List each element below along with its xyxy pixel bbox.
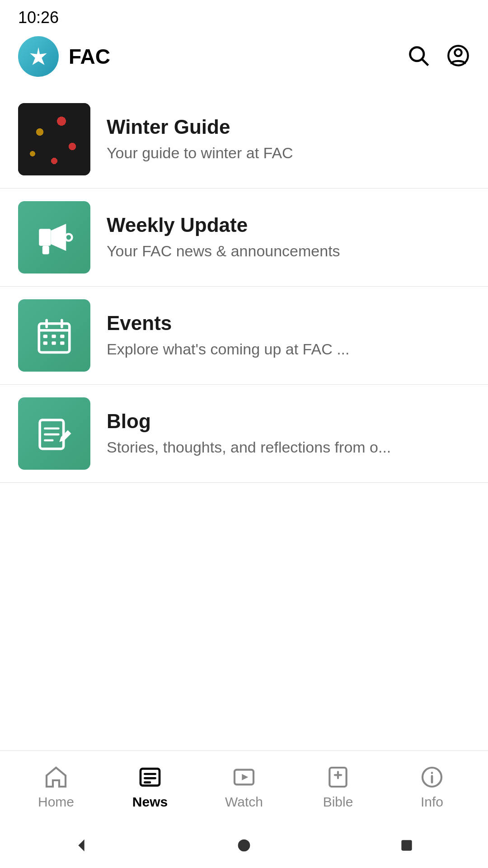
svg-marker-33: [242, 774, 248, 780]
header-actions: [407, 44, 470, 69]
blog-icon-box: [18, 397, 90, 470]
nav-label-bible: Bible: [323, 794, 353, 810]
home-icon: [43, 764, 69, 790]
android-nav: [0, 823, 488, 868]
content-list: Winter Guide Your guide to winter at FAC…: [0, 90, 488, 483]
recents-button[interactable]: [393, 832, 420, 859]
status-bar: 10:26: [0, 0, 488, 32]
item-title: Weekly Update: [107, 214, 470, 236]
weekly-update-icon-box: [18, 201, 90, 274]
app-name: FAC: [69, 44, 110, 69]
blog-icon: [34, 413, 75, 454]
item-title: Blog: [107, 410, 470, 433]
blog-text: Blog Stories, thoughts, and reflections …: [107, 410, 470, 457]
list-item[interactable]: Blog Stories, thoughts, and reflections …: [0, 385, 488, 483]
header: FAC: [0, 32, 488, 81]
search-icon[interactable]: [407, 44, 430, 69]
nav-item-bible[interactable]: Bible: [291, 757, 385, 817]
nav-item-home[interactable]: Home: [9, 757, 103, 817]
svg-point-41: [238, 840, 250, 852]
status-time: 10:26: [18, 8, 59, 27]
calendar-icon: [34, 315, 75, 356]
nav-item-watch[interactable]: Watch: [197, 757, 291, 817]
svg-point-7: [410, 47, 424, 61]
bible-icon: [325, 764, 351, 790]
svg-point-10: [455, 49, 461, 56]
nav-label-info: Info: [421, 794, 443, 810]
info-icon: [419, 764, 445, 790]
list-item[interactable]: Weekly Update Your FAC news & announceme…: [0, 189, 488, 287]
svg-rect-21: [43, 341, 47, 345]
item-subtitle: Explore what's coming up at FAC ...: [107, 339, 470, 359]
svg-rect-18: [43, 335, 47, 338]
weekly-update-text: Weekly Update Your FAC news & announceme…: [107, 214, 470, 261]
item-subtitle: Your FAC news & announcements: [107, 241, 470, 261]
status-icons: [459, 14, 470, 22]
svg-rect-42: [401, 840, 412, 850]
item-subtitle: Your guide to winter at FAC: [107, 143, 470, 163]
header-left: FAC: [18, 36, 110, 77]
watch-icon: [231, 764, 257, 790]
svg-rect-11: [39, 229, 51, 246]
svg-point-39: [431, 772, 433, 774]
svg-point-13: [65, 234, 72, 241]
megaphone-icon: [34, 217, 75, 258]
nav-label-watch: Watch: [225, 794, 263, 810]
winter-guide-thumbnail: [18, 103, 90, 175]
bottom-nav: Home News Watch Bible Info: [0, 750, 488, 823]
news-icon: [137, 764, 163, 790]
app-logo: [18, 36, 59, 77]
svg-rect-12: [42, 246, 49, 255]
svg-line-8: [422, 60, 428, 66]
svg-rect-20: [60, 335, 64, 338]
home-button[interactable]: [230, 832, 258, 859]
profile-icon[interactable]: [446, 44, 470, 69]
nav-label-news: News: [132, 794, 168, 810]
events-icon-box: [18, 299, 90, 372]
svg-rect-19: [52, 335, 56, 338]
list-item[interactable]: Winter Guide Your guide to winter at FAC: [0, 90, 488, 189]
svg-rect-22: [52, 341, 56, 345]
item-title: Events: [107, 312, 470, 335]
events-text: Events Explore what's coming up at FAC .…: [107, 312, 470, 359]
svg-rect-23: [60, 341, 64, 345]
nav-label-home: Home: [38, 794, 74, 810]
item-title: Winter Guide: [107, 116, 470, 138]
nav-item-news[interactable]: News: [103, 757, 197, 817]
nav-item-info[interactable]: Info: [385, 757, 479, 817]
back-button[interactable]: [68, 832, 95, 859]
svg-marker-40: [78, 840, 84, 852]
winter-guide-text: Winter Guide Your guide to winter at FAC: [107, 116, 470, 163]
item-subtitle: Stories, thoughts, and reflections from …: [107, 437, 470, 457]
list-item[interactable]: Events Explore what's coming up at FAC .…: [0, 287, 488, 385]
